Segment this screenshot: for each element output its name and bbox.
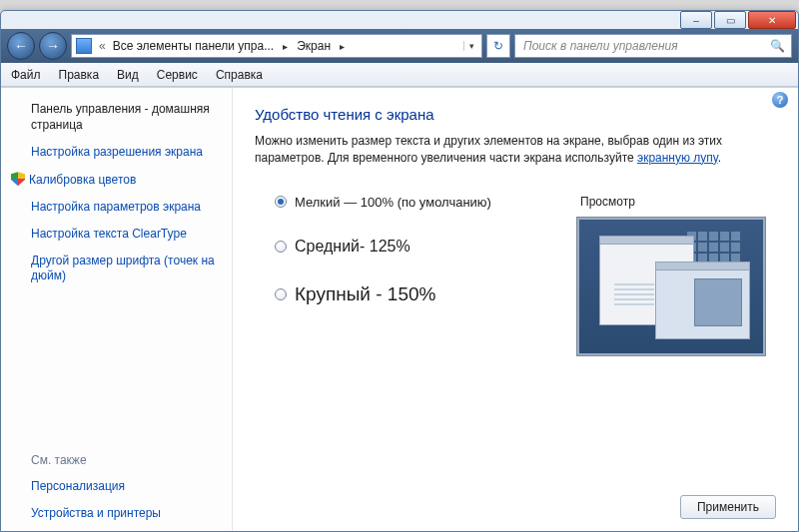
search-icon[interactable]: 🔍 [770, 39, 785, 53]
sidebar: Панель управления - домашняя страница На… [1, 88, 233, 531]
search-placeholder: Поиск в панели управления [523, 39, 678, 53]
window-titlebar: – ▭ ✕ [1, 11, 798, 29]
address-bar[interactable]: « Все элементы панели упра... ▸ Экран ▸ … [71, 34, 482, 58]
minimize-button[interactable]: – [680, 11, 712, 29]
page-title: Удобство чтения с экрана [255, 106, 776, 123]
close-button[interactable]: ✕ [748, 11, 796, 29]
menu-help[interactable]: Справка [216, 68, 263, 82]
address-dropdown-icon[interactable]: ▾ [463, 41, 479, 51]
main-panel: Удобство чтения с экрана Можно изменить … [233, 88, 798, 531]
preview-grid-icon [687, 232, 749, 263]
sidebar-item-resolution[interactable]: Настройка разрешения экрана [31, 145, 216, 160]
radio-option-0[interactable]: Мелкий — 100% (по умолчанию) [275, 195, 491, 210]
radio-label: Средний- 125% [295, 238, 410, 256]
page-description: Можно изменить размер текста и других эл… [255, 133, 776, 167]
menu-file[interactable]: Файл [11, 68, 41, 82]
menu-view[interactable]: Вид [117, 68, 139, 82]
apply-button[interactable]: Применить [680, 495, 776, 519]
menu-service[interactable]: Сервис [157, 68, 198, 82]
chevron-right-icon[interactable]: ▸ [335, 41, 350, 52]
sidebar-seealso-devices[interactable]: Устройства и принтеры [31, 506, 216, 521]
radio-label: Мелкий — 100% (по умолчанию) [295, 195, 491, 210]
radio-group: Мелкий — 100% (по умолчанию)Средний- 125… [255, 195, 491, 356]
radio-icon[interactable] [275, 196, 287, 208]
radio-option-1[interactable]: Средний- 125% [275, 238, 491, 256]
chevron-right-icon[interactable]: ▸ [278, 41, 293, 52]
nav-toolbar: ← → « Все элементы панели упра... ▸ Экра… [1, 29, 798, 63]
sidebar-item-dpi[interactable]: Другой размер шрифта (точек на дюйм) [31, 254, 216, 283]
radio-icon[interactable] [275, 288, 287, 300]
content-body: ? Панель управления - домашняя страница … [1, 87, 798, 531]
preview-window-icon [655, 262, 750, 339]
sidebar-home-link[interactable]: Панель управления - домашняя страница [31, 102, 216, 133]
radio-option-2[interactable]: Крупный - 150% [275, 283, 491, 305]
refresh-button[interactable]: ↻ [486, 34, 510, 58]
preview-column: Просмотр [576, 195, 776, 356]
breadcrumb-seg-2[interactable]: Экран [293, 39, 335, 53]
nav-back-button[interactable]: ← [7, 32, 35, 60]
magnifier-link[interactable]: экранную лупу [637, 151, 718, 165]
footer: Применить [255, 485, 776, 519]
help-icon[interactable]: ? [772, 92, 788, 108]
sidebar-item-cleartype[interactable]: Настройка текста ClearType [31, 227, 216, 242]
radio-label: Крупный - 150% [295, 283, 435, 305]
see-also-header: См. также [31, 453, 216, 467]
preview-label: Просмотр [580, 195, 776, 209]
preview-image [576, 217, 766, 356]
explorer-window: – ▭ ✕ ← → « Все элементы панели упра... … [0, 10, 799, 532]
nav-forward-button[interactable]: → [39, 32, 67, 60]
menu-bar: Файл Правка Вид Сервис Справка [1, 63, 798, 87]
monitor-icon [76, 38, 92, 54]
breadcrumb-prefix: « [99, 39, 106, 53]
maximize-button[interactable]: ▭ [714, 11, 746, 29]
sidebar-seealso-personalization[interactable]: Персонализация [31, 479, 216, 494]
menu-edit[interactable]: Правка [59, 68, 100, 82]
size-options: Мелкий — 100% (по умолчанию)Средний- 125… [255, 195, 776, 356]
search-input[interactable]: Поиск в панели управления 🔍 [514, 34, 792, 58]
radio-icon[interactable] [275, 241, 287, 253]
sidebar-item-color-calibration[interactable]: Калибровка цветов [31, 172, 216, 188]
breadcrumb-seg-1[interactable]: Все элементы панели упра... [109, 39, 279, 53]
shield-icon [11, 172, 25, 186]
sidebar-item-screen-params[interactable]: Настройка параметров экрана [31, 200, 216, 215]
